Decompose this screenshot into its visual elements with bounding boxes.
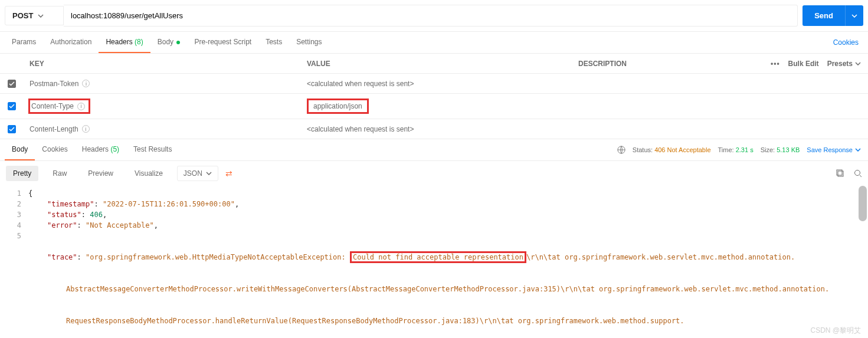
code-line: {: [28, 188, 868, 199]
tab-headers-label: Headers: [106, 38, 132, 46]
header-key-cell[interactable]: Content-Length i: [24, 120, 301, 138]
svg-point-3: [855, 170, 860, 176]
presets-dropdown[interactable]: Presets: [827, 60, 861, 68]
size-label: Size:: [761, 146, 775, 153]
scrollbar-thumb[interactable]: [859, 186, 867, 221]
header-value-cell[interactable]: <calculated when request is sent>: [301, 120, 572, 138]
tab-tests[interactable]: Tests: [258, 32, 289, 53]
response-tab-headers[interactable]: Headers (5): [75, 139, 126, 160]
tab-body[interactable]: Body: [150, 32, 188, 53]
tab-headers[interactable]: Headers (8): [99, 32, 150, 53]
code-line: "status": 406,: [28, 209, 868, 220]
svg-rect-2: [837, 170, 842, 175]
col-key: KEY: [24, 55, 301, 73]
time-label: Time:: [718, 146, 734, 153]
header-value: application/json: [307, 99, 369, 114]
save-response-button[interactable]: Save Response: [807, 146, 861, 153]
code-content[interactable]: { "timestamp": "2022-07-15T11:26:01.590+…: [28, 186, 868, 338]
view-pretty[interactable]: Pretty: [6, 166, 38, 181]
save-response-label: Save Response: [807, 146, 853, 153]
code-line: "timestamp": "2022-07-15T11:26:01.590+00…: [28, 199, 868, 209]
time-value: 2.31 s: [736, 146, 754, 153]
watermark: CSDN @黎明艾: [810, 326, 861, 336]
code-line: "error": "Not Acceptable",: [28, 220, 868, 231]
view-preview[interactable]: Preview: [81, 166, 120, 181]
bulk-edit-button[interactable]: Bulk Edit: [788, 60, 819, 68]
tab-authorization[interactable]: Authorization: [43, 32, 99, 53]
table-row: Postman-Token i <calculated when request…: [0, 74, 868, 94]
tab-prerequest[interactable]: Pre-request Script: [187, 32, 258, 53]
row-checkbox[interactable]: [8, 80, 16, 88]
copy-icon[interactable]: [836, 169, 844, 178]
chevron-down-icon: [38, 14, 44, 18]
url-input[interactable]: [64, 5, 798, 27]
body-modified-dot-icon: [176, 41, 180, 44]
send-button[interactable]: Send: [803, 5, 863, 26]
info-icon[interactable]: i: [82, 80, 90, 87]
request-tabs: Params Authorization Headers (8) Body Pr…: [0, 32, 868, 54]
svg-rect-1: [838, 171, 843, 176]
row-checkbox[interactable]: [8, 102, 16, 110]
tab-params[interactable]: Params: [5, 32, 43, 53]
tab-settings[interactable]: Settings: [289, 32, 329, 53]
table-row: Content-Type i application/json: [0, 94, 868, 119]
response-tabs: Body Cookies Headers (5) Test Results St…: [0, 139, 868, 161]
response-tab-test-results[interactable]: Test Results: [126, 139, 179, 160]
wrap-lines-icon[interactable]: ⇄: [225, 169, 232, 178]
request-url-bar: POST Send: [0, 0, 868, 32]
header-key: Postman-Token: [30, 80, 78, 88]
globe-icon[interactable]: [617, 146, 625, 154]
vertical-scrollbar[interactable]: [859, 186, 867, 338]
info-icon[interactable]: i: [77, 103, 85, 110]
more-options-icon[interactable]: •••: [771, 60, 780, 68]
cookies-link[interactable]: Cookies: [828, 32, 863, 52]
response-headers-count: (5): [110, 145, 119, 153]
language-select[interactable]: JSON: [177, 166, 218, 181]
code-line: "trace": "org.springframework.web.HttpMe…: [28, 231, 868, 338]
header-key-cell[interactable]: Postman-Token i: [24, 75, 301, 93]
response-body: 12345 { "timestamp": "2022-07-15T11:26:0…: [0, 186, 868, 338]
chevron-down-icon: [206, 172, 212, 175]
trace-highlight: Could not find acceptable representation: [350, 251, 526, 263]
line-gutter: 12345: [0, 186, 28, 338]
send-button-label: Send: [803, 5, 845, 26]
response-view-bar: Pretty Raw Preview Visualize JSON ⇄: [0, 161, 868, 186]
header-value-cell[interactable]: <calculated when request is sent>: [301, 75, 572, 93]
http-method-select[interactable]: POST: [5, 6, 64, 25]
chevron-down-icon: [855, 148, 861, 152]
view-raw[interactable]: Raw: [45, 166, 74, 181]
status-label: Status:: [633, 146, 653, 153]
http-method-value: POST: [12, 11, 33, 20]
status-value: 406 Not Acceptable: [654, 146, 710, 153]
response-tab-headers-label: Headers: [82, 145, 109, 153]
view-visualize[interactable]: Visualize: [127, 166, 170, 181]
info-icon[interactable]: i: [82, 125, 90, 133]
presets-label: Presets: [827, 60, 853, 68]
size-value: 5.13 KB: [777, 146, 800, 153]
response-tab-cookies[interactable]: Cookies: [35, 139, 74, 160]
col-value: VALUE: [301, 55, 572, 73]
row-checkbox[interactable]: [8, 125, 16, 133]
header-key: Content-Length: [30, 125, 78, 133]
chevron-down-icon: [855, 62, 861, 65]
headers-table: KEY VALUE DESCRIPTION ••• Bulk Edit Pres…: [0, 54, 868, 139]
col-description: DESCRIPTION: [572, 55, 762, 73]
header-key-cell[interactable]: Content-Type i: [24, 94, 301, 119]
search-icon[interactable]: [854, 169, 862, 178]
header-key: Content-Type: [31, 102, 74, 110]
table-row: Content-Length i <calculated when reques…: [0, 119, 868, 139]
header-value-cell[interactable]: application/json: [301, 97, 572, 115]
chevron-down-icon: [851, 14, 857, 18]
headers-table-header: KEY VALUE DESCRIPTION ••• Bulk Edit Pres…: [0, 54, 868, 74]
tab-body-label: Body: [158, 38, 173, 46]
response-meta: Status: 406 Not Acceptable Time: 2.31 s …: [617, 146, 863, 154]
language-value: JSON: [184, 169, 202, 178]
tab-headers-count: (8): [135, 38, 143, 46]
response-tab-body[interactable]: Body: [5, 139, 35, 160]
send-button-dropdown[interactable]: [845, 5, 863, 26]
